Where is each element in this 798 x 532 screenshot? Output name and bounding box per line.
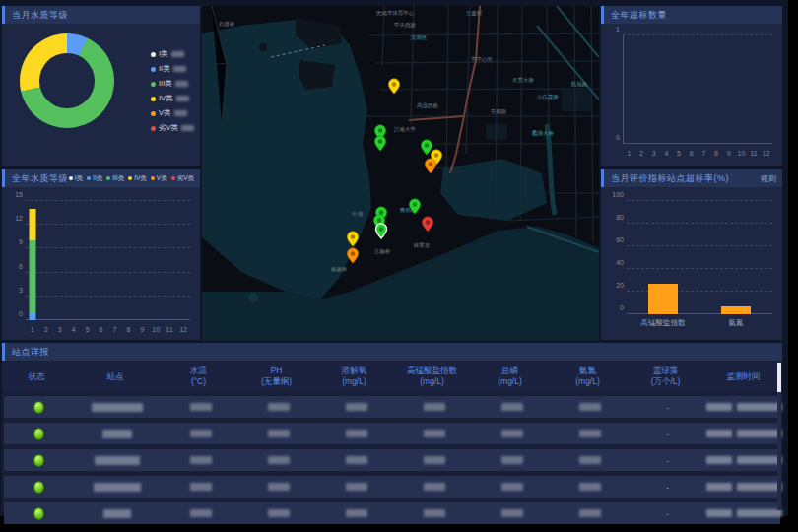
rate-rule-link[interactable]: 规则 — [761, 173, 776, 184]
donut-legend-item[interactable]: IV类 — [151, 94, 194, 103]
table-row[interactable]: - — [4, 476, 780, 498]
y-tick-label: 9 — [6, 238, 23, 245]
y-axis — [623, 35, 624, 144]
legend-item[interactable]: I类 — [69, 174, 83, 183]
y-tick-label: 1 — [603, 26, 620, 33]
legend-dot — [128, 176, 132, 180]
monthly-grade-donut[interactable] — [20, 33, 114, 128]
y-tick-label: 0 — [6, 310, 23, 317]
value-redacted — [501, 483, 523, 491]
value-cell — [551, 509, 629, 517]
category-labels: 高锰酸盐指数氨氮 — [627, 318, 772, 328]
algae-cell: - — [629, 509, 706, 518]
bar-segment — [29, 240, 35, 312]
legend-label: V类 — [159, 108, 171, 118]
gridline — [26, 200, 190, 201]
column-header-label: 状态 — [2, 371, 71, 382]
table-row[interactable]: - — [4, 502, 780, 524]
value-redacted — [268, 403, 290, 411]
map-bay-water — [202, 20, 371, 299]
annual-exceed-titlebar: 全年超标数量 — [601, 6, 782, 24]
value-cell — [473, 456, 551, 464]
status-normal-dot — [33, 428, 44, 440]
y-tick-label: 0 — [603, 134, 620, 141]
gridline — [623, 34, 772, 35]
donut-legend-item[interactable]: I类 — [151, 49, 194, 59]
x-axis — [623, 143, 772, 144]
value-redacted — [579, 483, 601, 491]
legend-label: IV类 — [134, 174, 147, 183]
legend-value-redacted — [174, 110, 187, 116]
value-redacted — [501, 509, 523, 517]
donut-legend-item[interactable]: III类 — [151, 79, 194, 89]
map-label: 小白花桥 — [536, 94, 560, 100]
donut-legend-item[interactable]: II类 — [151, 64, 194, 74]
value-redacted — [424, 509, 445, 517]
monthly-rate-title: 当月评价指标站点超标率(%) — [611, 172, 729, 185]
x-tick-label: 4 — [660, 150, 673, 157]
legend-item[interactable]: V类 — [151, 174, 167, 183]
legend-label: I类 — [75, 174, 83, 183]
value-cell — [239, 456, 317, 464]
rate-bar[interactable] — [648, 284, 678, 314]
legend-dot — [87, 176, 91, 180]
value-redacted — [268, 483, 290, 491]
table-row[interactable]: - — [4, 423, 780, 444]
value-cell — [551, 403, 629, 411]
annual-grade-panel: 全年水质等级 I类II类III类IV类V类劣V类 036912151234567… — [2, 169, 200, 340]
monthly-grade-title: 当月水质等级 — [12, 9, 68, 22]
site-cell — [73, 456, 162, 465]
column-header: 监测时间 — [704, 371, 782, 382]
value-cell — [473, 509, 551, 517]
x-tick-label: 1 — [26, 326, 39, 333]
status-normal-dot — [33, 401, 44, 414]
gridline — [26, 296, 190, 297]
legend-item[interactable]: III类 — [106, 174, 124, 183]
y-tick-label: 40 — [607, 259, 624, 266]
annual-exceed-chart[interactable]: 01123456789101112 — [623, 35, 772, 144]
annual-exceed-panel: 全年超标数量 01123456789101112 — [601, 6, 782, 166]
table-row[interactable]: - — [4, 396, 780, 418]
stacked-bar[interactable] — [29, 201, 35, 320]
legend-item[interactable]: IV类 — [128, 174, 147, 183]
map-label: 薛家里 — [414, 242, 431, 248]
value-cell — [473, 403, 551, 411]
x-tick-label: 12 — [176, 326, 190, 333]
annual-grade-chart[interactable]: 03691215123456789101112 — [26, 201, 190, 320]
annual-grade-legend[interactable]: I类II类III类IV类V类劣V类 — [69, 174, 194, 183]
y-tick-label: 6 — [6, 262, 23, 269]
table-scrollbar-track[interactable] — [777, 362, 781, 510]
value-cell — [239, 403, 317, 411]
time-redacted — [737, 456, 782, 464]
value-cell — [473, 483, 551, 491]
value-redacted — [501, 456, 523, 464]
y-tick-label: 20 — [607, 282, 624, 289]
table-row[interactable]: - — [4, 449, 780, 471]
column-header: 站点 — [71, 371, 160, 382]
value-redacted — [268, 430, 290, 437]
value-redacted — [424, 456, 445, 464]
y-tick-label: 12 — [6, 215, 23, 222]
x-tick-label: 2 — [39, 326, 53, 333]
x-tick-label: 1 — [623, 150, 635, 157]
y-tick-label: 80 — [607, 214, 624, 221]
column-header-unit: (mg/L) — [549, 376, 627, 387]
column-header-label: 蓝绿藻 — [627, 366, 704, 376]
x-tick-label: 6 — [685, 150, 698, 157]
legend-item[interactable]: 劣V类 — [171, 174, 194, 183]
x-tick-label: 3 — [53, 326, 67, 333]
legend-label: II类 — [159, 64, 170, 74]
map-label: 叶巷 — [353, 211, 365, 217]
time-redacted — [737, 483, 782, 491]
legend-item[interactable]: II类 — [87, 174, 102, 183]
map-islet — [248, 293, 258, 302]
site-cell — [73, 403, 162, 412]
station-map[interactable]: 石塘桥无锡市体育中心中央西路五星村滨湖区市中心区天安大桥机场路小白花桥高浪西路吴… — [202, 6, 599, 341]
donut-legend-item[interactable]: V类 — [151, 108, 194, 118]
algae-cell: - — [629, 456, 706, 465]
monthly-rate-chart[interactable]: 020406080100高锰酸盐指数氨氮 — [627, 201, 772, 314]
table-scrollbar-thumb[interactable] — [777, 363, 781, 392]
value-redacted — [346, 430, 367, 437]
donut-legend-item[interactable]: 劣V类 — [151, 123, 194, 133]
rate-bar[interactable] — [721, 306, 751, 314]
